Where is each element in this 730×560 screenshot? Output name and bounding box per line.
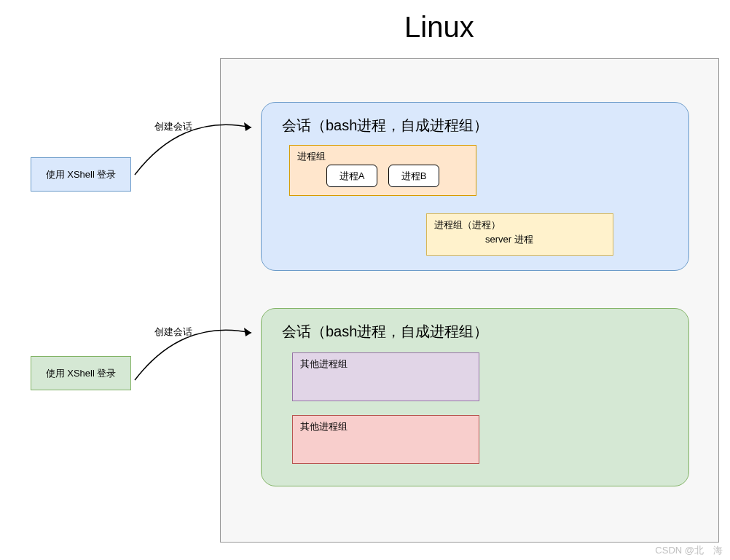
process-group-2-label: 进程组（进程）	[434, 219, 501, 230]
process-group-1: 进程组 进程A 进程B	[289, 145, 476, 196]
process-group-1-label: 进程组	[297, 151, 326, 162]
diagram-title: Linux	[404, 11, 474, 44]
process-b: 进程B	[388, 165, 439, 187]
other-process-group-2: 其他进程组	[292, 415, 479, 464]
create-session-label-1: 创建会话	[154, 120, 192, 133]
session-1-title: 会话（bash进程，自成进程组）	[282, 116, 668, 135]
process-group-2: 进程组（进程） server 进程	[426, 213, 613, 256]
watermark: CSDN @北 海	[655, 544, 723, 557]
session-box-1: 会话（bash进程，自成进程组） 进程组 进程A 进程B 进程组（进程） ser…	[261, 102, 689, 271]
other-group-1-label: 其他进程组	[300, 358, 348, 369]
process-a: 进程A	[326, 165, 377, 187]
other-process-group-1: 其他进程组	[292, 352, 479, 401]
other-group-2-label: 其他进程组	[300, 421, 348, 432]
session-box-2: 会话（bash进程，自成进程组） 其他进程组 其他进程组	[261, 308, 689, 486]
server-process: server 进程	[485, 233, 533, 246]
session-2-title: 会话（bash进程，自成进程组）	[282, 322, 668, 342]
create-session-label-2: 创建会话	[154, 326, 192, 339]
xshell-login-box-1: 使用 XShell 登录	[31, 157, 131, 192]
xshell-login-box-2: 使用 XShell 登录	[31, 356, 131, 390]
